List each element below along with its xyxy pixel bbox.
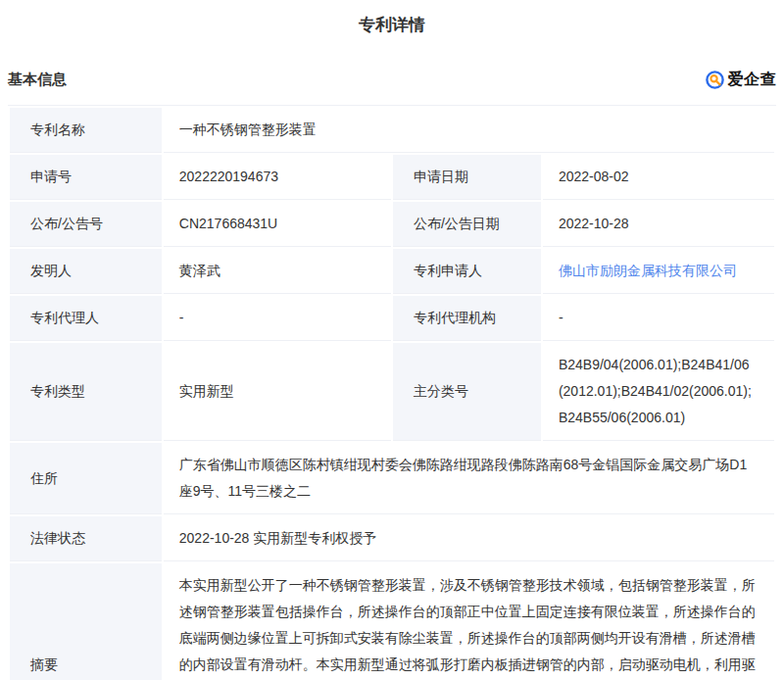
row-label: 申请日期 [393, 155, 541, 200]
table-body: 专利名称一种不锈钢管整形装置申请号2022220194673申请日期2022-0… [10, 108, 774, 680]
table-row: 住所广东省佛山市顺德区陈村镇绀现村委会佛陈路绀现路段佛陈路南68号金锠国际金属交… [10, 443, 774, 514]
row-label: 专利代理人 [10, 296, 162, 341]
basic-info-table: 专利名称一种不锈钢管整形装置申请号2022220194673申请日期2022-0… [8, 105, 776, 680]
row-value: 2022-08-02 [543, 155, 774, 200]
table-row: 发明人黄泽武专利申请人佛山市励朗金属科技有限公司 [10, 249, 774, 294]
row-value: CN217668431U [164, 202, 391, 247]
table-row: 法律状态2022-10-28 实用新型专利权授予 [10, 516, 774, 561]
table-row: 专利代理人-专利代理机构- [10, 296, 774, 341]
row-value: 2022-10-28 实用新型专利权授予 [164, 516, 774, 561]
row-value: 2022-10-28 [543, 202, 774, 247]
company-link[interactable]: 佛山市励朗金属科技有限公司 [559, 263, 737, 278]
row-label: 主分类号 [393, 343, 541, 441]
row-label: 住所 [10, 443, 162, 514]
row-value: 黄泽武 [164, 249, 391, 294]
section-header: 基本信息 爱企查 [8, 70, 776, 90]
aiqicha-logo[interactable]: 爱企查 [705, 70, 777, 90]
row-value: 2022220194673 [164, 155, 391, 200]
row-label: 专利类型 [10, 343, 162, 441]
row-value: 实用新型 [164, 343, 391, 441]
row-label: 摘要 [10, 563, 162, 680]
row-label: 申请号 [10, 155, 162, 200]
row-value: - [164, 296, 391, 341]
table-row: 申请号2022220194673申请日期2022-08-02 [10, 155, 774, 200]
table-row: 专利名称一种不锈钢管整形装置 [10, 108, 774, 153]
section-heading: 基本信息 [8, 71, 67, 89]
row-value: 广东省佛山市顺德区陈村镇绀现村委会佛陈路绀现路段佛陈路南68号金锠国际金属交易广… [164, 443, 774, 514]
row-value: B24B9/04(2006.01);B24B41/06(2012.01);B24… [543, 343, 774, 441]
row-value: 本实用新型公开了一种不锈钢管整形装置，涉及不锈钢管整形技术领域，包括钢管整形装置… [164, 563, 774, 680]
row-label: 公布/公告日期 [393, 202, 541, 247]
row-value: 佛山市励朗金属科技有限公司 [543, 249, 774, 294]
row-label: 专利申请人 [393, 249, 541, 294]
row-label: 公布/公告号 [10, 202, 162, 247]
row-value: - [543, 296, 774, 341]
table-row: 摘要本实用新型公开了一种不锈钢管整形装置，涉及不锈钢管整形技术领域，包括钢管整形… [10, 563, 774, 680]
patent-detail-page: 专利详情 基本信息 爱企查 专利名称一种不锈钢管整形装置申请号202222019… [0, 14, 784, 680]
table-row: 专利类型实用新型主分类号B24B9/04(2006.01);B24B41/06(… [10, 343, 774, 441]
row-label: 法律状态 [10, 516, 162, 561]
row-label: 专利名称 [10, 108, 162, 153]
aiqicha-magnifier-icon [705, 70, 725, 90]
page-title: 专利详情 [0, 14, 784, 36]
row-label: 专利代理机构 [393, 296, 541, 341]
table-row: 公布/公告号CN217668431U公布/公告日期2022-10-28 [10, 202, 774, 247]
row-value: 一种不锈钢管整形装置 [164, 108, 774, 153]
aiqicha-logo-text: 爱企查 [728, 70, 777, 90]
row-label: 发明人 [10, 249, 162, 294]
